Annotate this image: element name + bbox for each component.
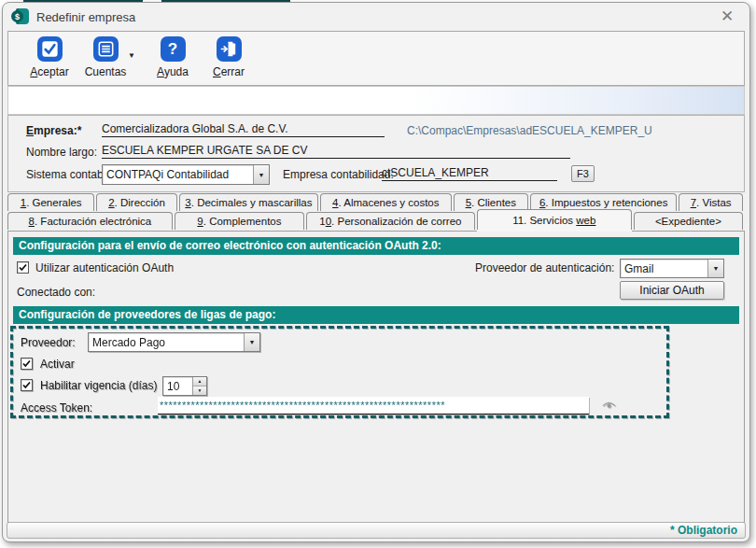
tab-11-servicios-web[interactable]: 11. Servicios web bbox=[477, 209, 632, 230]
tab-9-complementos[interactable]: 9. Complementos bbox=[175, 212, 304, 230]
cerrar-button[interactable]: Cerrar bbox=[201, 36, 257, 85]
proveedor-autenticacion-select[interactable]: Gmail ▼ bbox=[620, 259, 724, 278]
cuentas-button[interactable]: Cuentas bbox=[77, 36, 133, 85]
tab-row-1: 1. Generales2. Dirección3. Decimales y m… bbox=[7, 192, 745, 211]
activar-checkbox[interactable] bbox=[21, 358, 33, 370]
stepper-buttons: ▲ ▼ bbox=[192, 377, 206, 395]
window-title: Redefinir empresa bbox=[36, 10, 135, 24]
payment-section-header: Configuración de proveedores de ligas de… bbox=[13, 306, 739, 324]
obligatorio-note: * Obligatorio bbox=[670, 524, 737, 537]
vigencia-stepper[interactable]: 10 ▲ ▼ bbox=[162, 376, 207, 396]
cuentas-dropdown-arrow-icon[interactable]: ▼ bbox=[128, 51, 141, 60]
question-mark-icon: ? bbox=[161, 36, 186, 62]
stepper-down-icon[interactable]: ▼ bbox=[193, 386, 206, 395]
eye-icon[interactable] bbox=[602, 400, 616, 412]
utilizar-oauth-label: Utilizar autenticación OAuth bbox=[35, 261, 174, 274]
conectado-con-label: Conectado con: bbox=[17, 286, 95, 299]
redefinir-empresa-window: $ Redefinir empresa ✕ Aceptar Cuentas ▼ … bbox=[2, 2, 750, 542]
exit-door-icon bbox=[217, 36, 242, 62]
ayuda-button[interactable]: ? Ayuda bbox=[145, 36, 201, 85]
chevron-down-icon[interactable]: ▼ bbox=[244, 333, 259, 351]
dollar-coin-icon: $ bbox=[11, 10, 23, 22]
chevron-down-icon[interactable]: ▼ bbox=[253, 165, 269, 184]
tab-7-vistas[interactable]: 7. Vistas bbox=[679, 193, 743, 211]
nombre-largo-input[interactable]: ESCUELA KEMPER URGATE SA DE CV bbox=[102, 144, 570, 159]
tab-4-almacenes-y-costos[interactable]: 4. Almacenes y costos bbox=[320, 193, 451, 211]
titlebar: $ Redefinir empresa ✕ bbox=[3, 3, 749, 31]
close-icon[interactable]: ✕ bbox=[718, 7, 736, 26]
servicios-web-tab-content: Configuración para el envío de correo el… bbox=[7, 231, 745, 523]
tab-expediente[interactable]: <Expediente> bbox=[634, 212, 743, 230]
status-bar: * Obligatorio bbox=[7, 522, 746, 539]
vigencia-value: 10 bbox=[163, 377, 192, 395]
payment-config-region: Proveedor: Mercado Pago ▼ Activar Habili… bbox=[10, 326, 669, 418]
tab-8-facturación-electrónica[interactable]: 8. Facturación electrónica bbox=[7, 212, 173, 230]
oauth-section-header: Configuración para el envío de correo el… bbox=[13, 237, 739, 255]
stepper-up-icon[interactable]: ▲ bbox=[193, 377, 206, 386]
chevron-down-icon[interactable]: ▼ bbox=[707, 260, 723, 277]
header-band bbox=[7, 86, 745, 115]
proveedor-autenticacion-value: Gmail bbox=[621, 262, 707, 275]
tab-row-2: 8. Facturación electrónica9. Complemento… bbox=[7, 211, 745, 230]
company-form-panel: Empresa:* Comercializadora Global S.A. d… bbox=[7, 115, 745, 192]
tab-2-dirección[interactable]: 2. Dirección bbox=[96, 193, 176, 211]
ayuda-label: Ayuda bbox=[157, 65, 189, 78]
f3-button[interactable]: F3 bbox=[571, 165, 595, 182]
empresa-label: Empresa:* bbox=[26, 124, 81, 137]
utilizar-oauth-checkbox[interactable] bbox=[17, 261, 29, 274]
payment-proveedor-label: Proveedor: bbox=[21, 336, 76, 349]
checkmark-icon bbox=[37, 36, 63, 62]
sistema-contable-select[interactable]: CONTPAQi Contabilidad ▼ bbox=[102, 164, 270, 185]
activar-label: Activar bbox=[40, 358, 75, 371]
iniciar-oauth-button[interactable]: Iniciar OAuth bbox=[620, 281, 724, 300]
habilitar-vigencia-label: Habilitar vigencia (días) bbox=[40, 379, 157, 392]
empresa-contabilidad-label: Empresa contabilidad: bbox=[283, 168, 394, 181]
access-token-label: Access Token: bbox=[21, 401, 92, 415]
empresa-path: C:\Compac\Empresas\adESCUELA_KEMPER_U bbox=[407, 124, 652, 137]
empresa-contabilidad-input[interactable]: ctSCUELA_KEMPER bbox=[382, 166, 557, 181]
nombre-largo-label: Nombre largo: bbox=[26, 146, 97, 159]
contpaqi-app-icon: $ bbox=[11, 8, 29, 25]
payment-proveedor-value: Mercado Pago bbox=[89, 336, 244, 349]
access-token-input[interactable]: ****************************************… bbox=[158, 397, 589, 415]
cerrar-label: Cerrar bbox=[213, 65, 245, 78]
toolbar: Aceptar Cuentas ▼ ? Ayuda Cerrar bbox=[7, 31, 745, 86]
habilitar-vigencia-checkbox[interactable] bbox=[21, 379, 33, 391]
payment-proveedor-select[interactable]: Mercado Pago ▼ bbox=[88, 332, 260, 352]
tab-1-generales[interactable]: 1. Generales bbox=[7, 193, 94, 211]
aceptar-button[interactable]: Aceptar bbox=[21, 36, 77, 85]
aceptar-label: Aceptar bbox=[30, 65, 68, 78]
list-icon bbox=[93, 36, 119, 62]
tab-strip: 1. Generales2. Dirección3. Decimales y m… bbox=[7, 192, 745, 231]
empresa-input[interactable]: Comercializadora Global S.A. de C.V. bbox=[102, 122, 385, 137]
proveedor-autenticacion-label: Proveedor de autenticación: bbox=[475, 261, 613, 274]
tab-3-decimales-y-mascarillas[interactable]: 3. Decimales y mascarillas bbox=[179, 193, 318, 211]
tab-10-personalización-de-correo[interactable]: 10. Personalización de correo bbox=[306, 212, 475, 230]
cuentas-label: Cuentas bbox=[85, 65, 127, 78]
sistema-contable-value: CONTPAQi Contabilidad bbox=[103, 168, 253, 181]
